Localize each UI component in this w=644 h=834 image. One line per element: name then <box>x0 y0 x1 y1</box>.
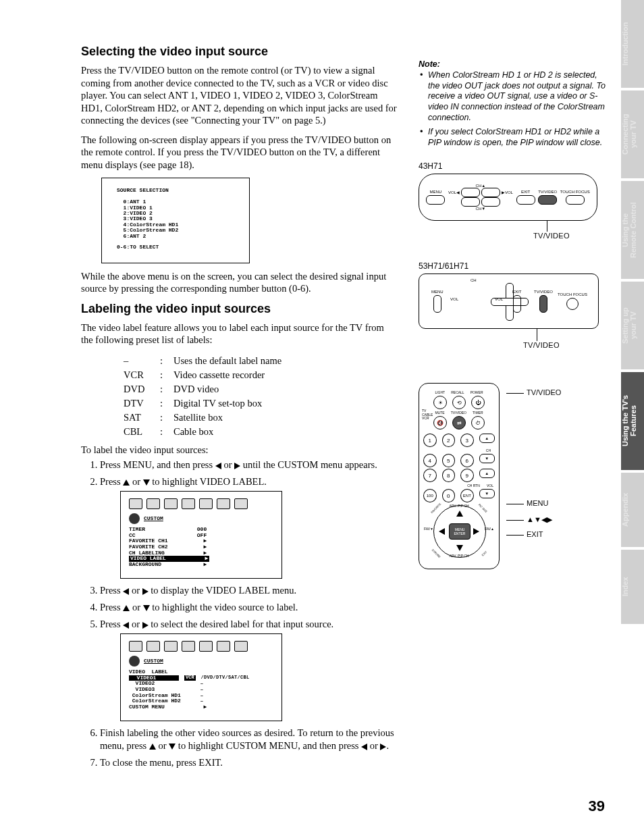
note-heading: Note: <box>419 59 608 69</box>
down-arrow-icon <box>169 744 176 750</box>
remote-nav-ring: MENU ENTER ADV. PIP CH ADV. PIP CH FAV▼ … <box>433 505 485 556</box>
table-row: CBL:Cable box <box>123 425 282 438</box>
model-label-53h71: 53H71/61H71 <box>419 261 608 271</box>
osd-custom-menu: CUSTOM TIMER 000 CC OFF FAVORITE CH1 ▶ F… <box>120 491 282 579</box>
tab-connecting[interactable]: Connecting your TV <box>621 90 644 178</box>
page-number: 39 <box>589 798 605 815</box>
tab-setting-up[interactable]: Setting up your TV <box>621 282 644 369</box>
tab-index[interactable]: Index <box>621 550 644 624</box>
callout-remote-arrows: ▲▼◀▶ <box>506 515 552 524</box>
tab-features[interactable]: Using the TV's Features <box>621 372 644 470</box>
note-list: When ColorStream HD 1 or HD 2 is selecte… <box>419 70 608 148</box>
note-item: If you select ColorStream HD1 or HD2 whi… <box>419 127 608 148</box>
callout-tvvideo: TV/VIDEO <box>533 232 608 240</box>
para-label-intro: The video label feature allows you to la… <box>81 321 398 346</box>
tab-remote[interactable]: Using the Remote Control <box>621 181 644 279</box>
note-item: When ColorStream HD 1 or HD 2 is selecte… <box>419 70 608 123</box>
heading-selecting: Selecting the video input source <box>81 45 398 59</box>
tv-panel-53h71: MENU CH VOL VOL EXIT TV/VIDEO TOUCH FOCU… <box>419 273 599 329</box>
table-row: –:Uses the default label name <box>123 355 282 367</box>
table-row: DVD:DVD video <box>123 383 282 396</box>
step-4: Press or to highlight the video source t… <box>100 601 398 614</box>
tab-introduction[interactable]: Introduction <box>621 0 644 88</box>
dpad-icon <box>491 283 527 319</box>
step-2: Press or to highlight VIDEO LABEL. CUSTO… <box>100 475 398 579</box>
right-arrow-icon <box>234 463 240 469</box>
step-3: Press or to display the VIDEO LABEL menu… <box>100 584 398 597</box>
right-arrow-icon <box>142 622 149 629</box>
left-arrow-icon <box>215 463 221 469</box>
step-5: Press or to select the desired label for… <box>100 618 398 721</box>
callout-tvvideo: TV/VIDEO <box>523 341 608 349</box>
side-tabs: Introduction Connecting your TV Using th… <box>621 0 644 834</box>
heading-labeling: Labeling the video input sources <box>81 302 398 316</box>
up-arrow-icon <box>123 605 130 611</box>
osd-video-label-menu: CUSTOM VIDEO LABEL VIDEO1 VCR/DVD/DTV/SA… <box>120 633 282 721</box>
para-lead: To label the video input sources: <box>81 444 398 457</box>
callout-remote-tvvideo: TV/VIDEO <box>506 388 561 396</box>
callout-remote-exit: EXIT <box>506 530 543 538</box>
left-arrow-icon <box>123 622 129 629</box>
step-7: To close the menu, press EXIT. <box>100 756 398 769</box>
para-1: Press the TV/VIDEO button on the remote … <box>81 64 398 127</box>
para-2: The following on-screen display appears … <box>81 134 398 172</box>
label-table: –:Uses the default label name VCR:Video … <box>122 353 284 440</box>
osd-source-selection: SOURCE SELECTION 0:ANT 1 1:VIDEO 1 2:VID… <box>101 178 250 263</box>
model-label-43h71: 43H71 <box>419 161 608 171</box>
steps-list: Press MENU, and then press or until the … <box>86 459 398 769</box>
tv-panel-43h71: MENU CH▲ VOL◀ ▶VOL CH▼ EXIT TV/VIDEO TOU… <box>419 174 597 221</box>
table-row: DTV:Digital TV set-top box <box>123 397 282 410</box>
down-arrow-icon <box>143 605 150 611</box>
step-1: Press MENU, and then press or until the … <box>100 459 398 471</box>
up-arrow-icon <box>123 479 130 486</box>
right-arrow-icon <box>142 588 149 595</box>
remote-control: LIGHTRECALLPOWER ☀⟲⏻ TVCABLEVCR MUTETV/V… <box>419 383 500 569</box>
para-3: While the above menu is on the screen, y… <box>81 270 398 295</box>
callout-remote-menu: MENU <box>506 499 548 507</box>
step-6: Finish labeling the other video sources … <box>100 727 398 752</box>
table-row: SAT:Satellite box <box>123 411 282 424</box>
table-row: VCR:Video cassette recorder <box>123 369 282 382</box>
down-arrow-icon <box>143 479 150 486</box>
tab-appendix[interactable]: Appendix <box>621 473 644 547</box>
left-arrow-icon <box>361 744 367 750</box>
left-arrow-icon <box>123 588 129 595</box>
up-arrow-icon <box>149 744 156 750</box>
